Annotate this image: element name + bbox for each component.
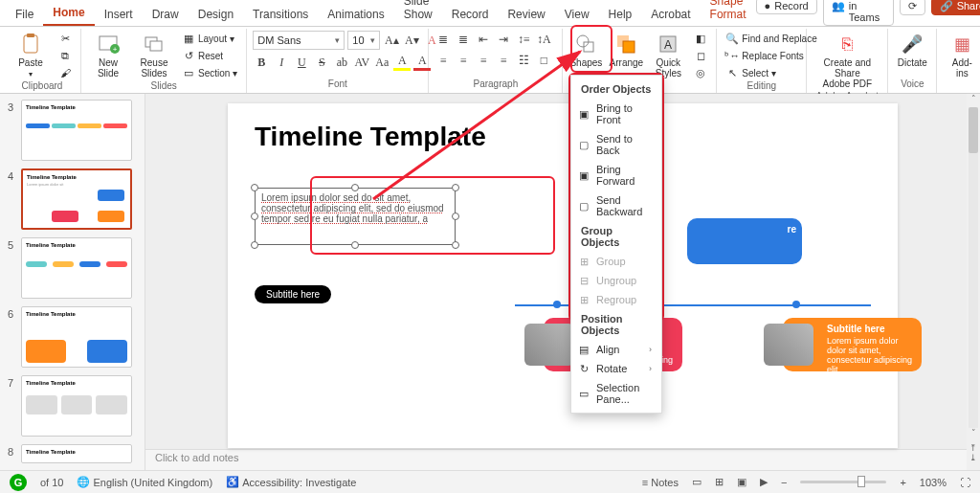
tab-view[interactable]: View [555,4,599,26]
slide-title[interactable]: Timeline Template [255,123,871,152]
tab-transitions[interactable]: Transitions [243,4,318,26]
send-backward[interactable]: ▢Send Backward [571,190,661,221]
vertical-scrollbar[interactable]: ˄ ˅ ⤒⤓ [967,94,980,470]
layout-button[interactable]: ▦Layout ▾ [179,31,240,46]
present-in-teams-button[interactable]: 👥Present in Teams [823,0,894,26]
indent-inc-button[interactable]: ⇥ [495,31,512,48]
zoom-thumb[interactable] [858,476,865,487]
tab-file[interactable]: File [6,4,43,26]
tab-acrobat[interactable]: Acrobat [641,4,700,26]
format-painter-button[interactable]: 🖌 [56,65,75,80]
scroll-up-button[interactable]: ˄ [967,94,980,107]
subtitle-chip[interactable]: Subtitle here [255,285,331,303]
tab-review[interactable]: Review [498,4,554,26]
zoom-out-button[interactable]: − [781,477,787,488]
grammarly-icon[interactable]: G [10,474,27,491]
underline-button[interactable]: U [293,54,310,71]
tab-slideshow[interactable]: Slide Show [394,0,442,26]
zoom-slider[interactable] [800,481,886,483]
zoom-in-button[interactable]: + [900,477,905,488]
shrink-font-button[interactable]: A▾ [403,32,420,49]
send-to-back[interactable]: ▢Send to Back [571,129,661,160]
justify-button[interactable]: ≡ [495,52,512,69]
align-menu[interactable]: ▤Align› [571,340,661,359]
indent-dec-button[interactable]: ⇤ [475,31,492,48]
line-spacing-button[interactable]: ↕≡ [515,31,532,48]
thumbnail-4[interactable]: Timeline TemplateLorem ipsum dolor sit [21,168,132,230]
selected-textbox[interactable]: Lorem ipsum dolor sed do sit amet, conse… [255,188,456,245]
numbering-button[interactable]: ≣ [455,31,472,48]
bold-button[interactable]: B [253,54,270,71]
thumbnail-8[interactable]: Timeline Template [21,444,132,463]
tab-shape-format[interactable]: Shape Format [701,0,756,26]
slide-counter[interactable]: of 10 [40,477,63,488]
timeline-card-blue[interactable]: re [687,218,802,264]
font-name-combo[interactable]: DM Sans [253,31,345,50]
text-direction-button[interactable]: ↕A [535,31,552,48]
view-sorter-button[interactable]: ⊞ [715,476,724,488]
section-button[interactable]: ▭Section ▾ [179,65,240,80]
strike-button[interactable]: S [313,54,330,71]
select-button[interactable]: ↖Select ▾ [723,65,819,80]
thumbnail-7[interactable]: Timeline Template [21,375,132,437]
copy-button[interactable]: ⧉ [56,48,75,63]
timeline-dot[interactable] [792,301,800,308]
prev-slide-button[interactable]: ⤒ [969,443,977,453]
paste-button[interactable]: Paste▾ [10,31,52,80]
timeline-card-2[interactable]: Subtitle here Lorem ipsum dolor dolor si… [783,318,922,371]
quick-styles-button[interactable]: A QuickStyles [649,31,687,80]
slide-thumbnails[interactable]: 3Timeline Template 4Timeline TemplateLor… [0,94,145,470]
arrange-button[interactable]: Arrange [607,31,645,70]
next-slide-button[interactable]: ⤓ [969,453,977,462]
tab-draw[interactable]: Draw [143,4,189,26]
align-text-button[interactable]: □ [535,52,552,69]
catchup-button[interactable]: ⟳ [900,0,925,15]
new-slide-button[interactable]: + NewSlide [87,31,129,80]
textbox-content[interactable]: Lorem ipsum dolor sed do sit amet, conse… [261,192,444,224]
notes-pane[interactable]: Click to add notes [145,449,980,470]
highlight-button[interactable]: A [393,54,411,71]
create-pdf-button[interactable]: ⎘ Create and ShareAdobe PDF [813,31,881,91]
replace-button[interactable]: ᵇ↔Replace Fonts [723,48,819,63]
reset-button[interactable]: ↺Reset [179,48,240,63]
zoom-level[interactable]: 103% [920,477,947,488]
fit-button[interactable]: ⛶ [960,477,970,488]
record-button[interactable]: ●Record [756,0,817,14]
thumbnail-3[interactable]: Timeline Template [21,100,132,161]
resize-handle[interactable] [251,213,258,220]
bring-forward[interactable]: ▣Bring Forward [571,160,661,190]
bullets-button[interactable]: ≣ [434,31,452,48]
timeline-dot[interactable] [553,301,561,308]
font-size-combo[interactable]: 10 [347,31,380,50]
tab-animations[interactable]: Animations [318,4,393,26]
language-status[interactable]: 🌐English (United Kingdom) [77,476,212,488]
shadow-button[interactable]: ab [333,54,350,71]
selection-pane[interactable]: ▭Selection Pane... [571,378,661,409]
shapes-button[interactable]: Shapes [568,31,603,70]
tab-insert[interactable]: Insert [95,4,143,26]
rotate-menu[interactable]: ↻Rotate› [571,359,661,378]
align-right-button[interactable]: ≡ [475,52,492,69]
cut-button[interactable]: ✂ [56,31,75,46]
accessibility-status[interactable]: ♿Accessibility: Investigate [226,476,356,488]
columns-button[interactable]: ☷ [515,52,532,69]
resize-handle[interactable] [452,241,459,249]
thumbnail-6[interactable]: Timeline Template [21,306,132,368]
tab-help[interactable]: Help [599,4,642,26]
bring-to-front[interactable]: ▣Bring to Front [571,99,661,129]
resize-handle[interactable] [251,241,258,249]
tab-record[interactable]: Record [442,4,499,26]
shape-effects-button[interactable]: ◎ [691,65,710,80]
resize-handle[interactable] [351,241,359,249]
dictate-button[interactable]: 🎤 Dictate [894,31,930,70]
align-center-button[interactable]: ≡ [455,52,472,69]
view-reading-button[interactable]: ▣ [737,476,746,488]
resize-handle[interactable] [251,184,258,191]
spacing-button[interactable]: AV [353,54,370,71]
resize-handle[interactable] [452,213,459,220]
addins-button[interactable]: ▦Add-ins [943,31,980,80]
resize-handle[interactable] [452,184,459,191]
shape-fill-button[interactable]: ◧ [691,31,710,46]
scroll-down-button[interactable]: ˅ [967,428,980,441]
resize-handle[interactable] [351,184,359,191]
